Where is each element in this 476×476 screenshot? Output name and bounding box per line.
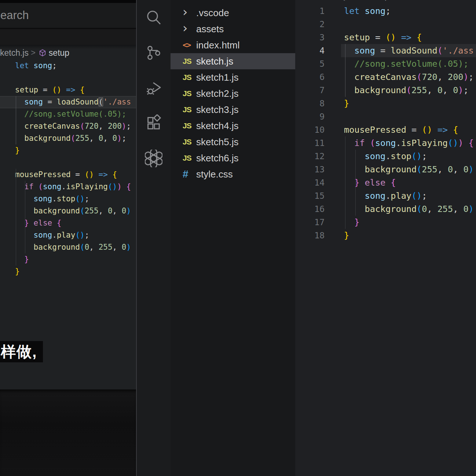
code-token: ; (85, 231, 89, 239)
code-token (15, 182, 24, 191)
code-line[interactable]: 13 background(255, 0, 0) (295, 163, 476, 176)
code-token: { (113, 170, 117, 179)
code-token (344, 191, 365, 201)
code-token: } (344, 230, 349, 241)
code-text: song.play(); (344, 189, 427, 202)
code-token: background (365, 164, 417, 175)
code-line[interactable]: 5 //song.setVolume(.05); (295, 57, 476, 70)
code-line[interactable]: 18} (295, 229, 476, 242)
code-token: 0 (422, 204, 427, 214)
code-token: ; (422, 191, 427, 201)
code-line: } (0, 253, 136, 266)
code-text: background(255, 0, 0); (344, 84, 469, 97)
breadcrumb[interactable]: sketch.js > setup (318, 0, 389, 2)
explorer-item[interactable]: JSsketch3.js (171, 102, 295, 118)
code-line: song = loadSound('./ass (0, 96, 136, 108)
code-token (61, 85, 66, 94)
code-token: . (52, 194, 57, 203)
code-line: setup = () => { (0, 84, 136, 96)
code-line[interactable]: 16 background(0, 255, 0) (295, 202, 476, 216)
code-token: ; (385, 6, 391, 16)
code-line[interactable]: 11 if (song.isPlaying()) { (295, 136, 476, 150)
code-line[interactable]: 4 song = loadSound('./ass (295, 44, 476, 57)
code-token: ; (122, 134, 127, 143)
code-token (15, 206, 34, 215)
code-token: , (443, 85, 453, 95)
activity-bar (136, 0, 171, 476)
explorer-item[interactable]: JSsketch4.js (171, 118, 295, 134)
file-tree: ›.vscode›assets<>index.htmlJSsketch.jsJS… (171, 0, 295, 182)
explorer-item[interactable]: JSsketch6.js (171, 150, 295, 166)
breadcrumb-symbol[interactable]: setup (369, 0, 389, 1)
explorer-item[interactable]: JSsketch1.js (171, 69, 295, 85)
code-line[interactable]: 3setup = () => { (295, 31, 476, 44)
code-token: song (34, 231, 52, 239)
line-number: 9 (295, 110, 325, 123)
js-file-icon: JS (183, 89, 191, 98)
openai-icon[interactable] (137, 141, 171, 176)
code-token: 255 (75, 134, 89, 143)
line-number: 15 (295, 189, 325, 202)
code-editor[interactable]: 1let song;23setup = () => {4 song = load… (295, 4, 476, 242)
explorer-item[interactable]: ›assets (171, 21, 295, 37)
indent-guide (355, 150, 356, 216)
code-line[interactable]: 7 background(255, 0, 0); (295, 84, 476, 97)
editor-panel[interactable]: sketch.js > setup 1let song;23setup = ()… (295, 0, 476, 476)
code-token (344, 59, 354, 69)
search-icon[interactable] (137, 0, 171, 35)
search-input: earch (0, 3, 136, 29)
code-line: background(255, 0, 0) (0, 205, 136, 217)
subtitle-text: 样做, (1, 342, 37, 362)
code-token: background (365, 204, 417, 214)
code-token: background (354, 85, 406, 95)
code-editor-mini: let song;setup = () => { song = loadSoun… (0, 60, 136, 278)
code-line[interactable]: 9 (295, 110, 476, 123)
code-line[interactable]: 6 createCanvas(720, 200); (295, 70, 476, 84)
code-line[interactable]: 15 song.play(); (295, 189, 476, 202)
file-label: sketch3.js (196, 104, 239, 116)
code-token: ; (422, 151, 427, 161)
code-token: () (411, 191, 422, 201)
code-line[interactable]: 1let song; (295, 4, 476, 18)
explorer-item[interactable]: JSsketch.js (171, 53, 295, 69)
explorer-item[interactable]: <>index.html (171, 37, 295, 53)
code-token: { (453, 125, 458, 135)
code-token: loadSound (57, 98, 99, 106)
code-token: ( (406, 85, 411, 95)
code-token (108, 170, 113, 179)
explorer-item[interactable]: JSsketch5.js (171, 134, 295, 150)
code-token: else (365, 177, 386, 188)
code-line[interactable]: 12 song.stop(); (295, 150, 476, 163)
explorer-item[interactable]: JSsketch2.js (171, 85, 295, 102)
code-token: = (71, 170, 85, 179)
code-token: () (385, 32, 396, 43)
code-line[interactable]: 10mousePressed = () => { (295, 123, 476, 136)
code-token: 255 (422, 164, 437, 175)
run-debug-icon[interactable] (137, 70, 171, 106)
extensions-icon[interactable] (137, 106, 171, 141)
code-line[interactable]: 2 (295, 18, 476, 31)
code-token: ( (417, 204, 422, 214)
explorer-item[interactable]: ›.vscode (171, 5, 295, 21)
code-line[interactable]: 14 } else { (295, 176, 476, 189)
line-number: 11 (295, 136, 325, 150)
code-line[interactable]: 8} (295, 97, 476, 110)
code-line: } else { (0, 217, 136, 229)
code-token: } (344, 98, 349, 109)
code-token: ( (80, 206, 85, 215)
code-token: ( (417, 72, 422, 82)
source-control-icon[interactable] (137, 35, 171, 70)
file-label: sketch6.js (196, 153, 239, 164)
code-token: 200 (108, 122, 122, 131)
code-token: . (396, 138, 401, 148)
breadcrumb-symbol: setup (49, 48, 69, 58)
code-token (344, 138, 354, 148)
code-text: song = loadSound('./ass (344, 44, 474, 57)
code-token: () (75, 194, 84, 203)
folder-chevron-icon: › (183, 24, 188, 32)
code-token: = (38, 85, 52, 94)
code-token: ) (117, 134, 122, 143)
breadcrumb-file[interactable]: sketch.js (318, 0, 350, 1)
code-line[interactable]: 17 } (295, 216, 476, 229)
explorer-item[interactable]: #style.css (171, 166, 295, 182)
